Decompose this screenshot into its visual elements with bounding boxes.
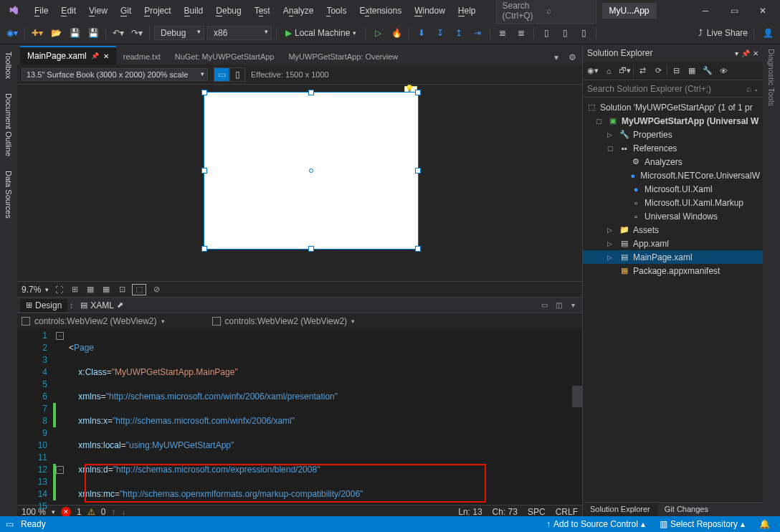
open-button[interactable]: 📂 [48, 25, 64, 41]
preview-button[interactable]: 👁 [716, 64, 731, 78]
show-all-button[interactable]: ▦ [685, 64, 699, 78]
tab-mainpage-xaml[interactable]: MainPage.xaml 📌 ✕ [20, 46, 116, 65]
collapse-all-button[interactable]: ⊟ [669, 64, 683, 78]
global-search[interactable]: Search (Ctrl+Q) ⌕ [496, 0, 596, 24]
sync-button[interactable]: ⇄ [635, 64, 650, 78]
start-without-debug-button[interactable]: ▷ [370, 25, 386, 41]
nav-back-button[interactable]: ◉▾ [4, 25, 20, 41]
snap-button[interactable]: ▦ [100, 284, 112, 295]
step-button-1[interactable]: ⬇ [414, 25, 429, 41]
device-combo[interactable]: 13.5" Surface Book (3000 x 2000) 200% sc… [22, 68, 208, 81]
config-combo[interactable]: Debug [154, 26, 204, 40]
solution-name-button[interactable]: MyU...App [602, 3, 657, 19]
menu-analyze[interactable]: Analyze [277, 3, 320, 19]
split-vert-button[interactable]: ◫ [552, 299, 565, 312]
analyzers-node[interactable]: ⚙Analyzers [583, 155, 763, 168]
ref-uixaml[interactable]: ●Microsoft.UI.Xaml [583, 182, 763, 196]
tab-overflow-button[interactable]: ▾ [549, 50, 563, 65]
back-button[interactable]: ◉▾ [586, 64, 600, 78]
design-surface[interactable]: 💡▾ [17, 85, 582, 281]
nav-down-button[interactable]: ↓ [121, 507, 125, 517]
hot-reload-button[interactable]: 🔥 [389, 25, 404, 41]
close-button[interactable]: ✕ [748, 1, 777, 21]
fold-button[interactable]: − [56, 332, 64, 340]
ref-netcore[interactable]: ●Microsoft.NETCore.UniversalW [583, 168, 763, 182]
orientation-landscape-button[interactable]: ▭ [214, 67, 229, 82]
new-item-button[interactable]: ✚▾ [29, 25, 45, 41]
split-horiz-button[interactable]: ▭ [538, 299, 551, 312]
menu-view[interactable]: View [83, 3, 113, 19]
indent-indicator[interactable]: SPC [528, 507, 546, 517]
ref-markup[interactable]: ▫Microsoft.UI.Xaml.Markup [583, 196, 763, 209]
fold-button[interactable]: − [56, 466, 64, 474]
minimize-button[interactable]: ─ [691, 1, 720, 21]
ref-uw[interactable]: ▫Universal Windows [583, 209, 763, 223]
fit-button[interactable]: ⛶ [53, 284, 65, 295]
platform-combo[interactable]: x86 [207, 26, 272, 40]
menu-file[interactable]: File [29, 3, 54, 19]
grid2-button[interactable]: ▦ [85, 284, 96, 295]
menu-git[interactable]: Git [115, 3, 137, 19]
code-content[interactable]: <Page x:Class="MyUWPGetStartApp.MainPage… [66, 328, 582, 505]
code-editor[interactable]: 123456789101112131415 − − <Page x:Class=… [17, 328, 582, 505]
nav-up-button[interactable]: ↑ [111, 507, 115, 517]
tab-git-changes[interactable]: Git Changes [657, 503, 715, 518]
menu-window[interactable]: Window [409, 3, 451, 19]
menu-build[interactable]: Build [179, 3, 209, 19]
disable-button[interactable]: ⊘ [151, 284, 162, 295]
menu-project[interactable]: Project [138, 3, 176, 19]
orientation-portrait-button[interactable]: ▯ [229, 67, 245, 82]
tab-nuget[interactable]: NuGet: MyUWPGetStartApp [168, 49, 282, 65]
panel-close-button[interactable]: ✕ [753, 49, 758, 57]
zoom-value[interactable]: 9.7% [22, 285, 41, 295]
vertical-scrollbar[interactable] [572, 386, 582, 407]
manifest-node[interactable]: ▦Package.appxmanifest [583, 264, 763, 277]
feedback-button[interactable]: 👤 [760, 25, 776, 41]
col-indicator[interactable]: Ch: 73 [493, 507, 518, 517]
maximize-button[interactable]: ▭ [720, 1, 748, 21]
crumb-right[interactable]: controls:WebView2 (WebView2) [225, 316, 348, 326]
menu-test[interactable]: Test [249, 3, 276, 19]
tab-readme[interactable]: readme.txt [116, 49, 168, 65]
mainpage-xaml-node[interactable]: ▷▤MainPage.xaml [583, 250, 763, 264]
tab-solution-explorer[interactable]: Solution Explorer [583, 503, 657, 518]
menu-debug[interactable]: Debug [210, 3, 247, 19]
save-all-button[interactable]: 💾 [85, 25, 101, 41]
run-button[interactable]: ▶Local Machine▾ [281, 27, 361, 39]
solution-search[interactable]: Search Solution Explorer (Ctrl+;) ⌕ ▾ [583, 80, 763, 98]
toolbox-tab[interactable]: Toolbox [3, 47, 14, 83]
tab-overview[interactable]: MyUWPGetStartApp: Overview [281, 49, 405, 65]
warning-icon[interactable]: ⚠ [87, 507, 95, 517]
solution-root[interactable]: ⬚Solution 'MyUWPGetStartApp' (1 of 1 pr [583, 100, 763, 114]
home-button[interactable]: ⌂ [601, 64, 616, 78]
add-source-control-button[interactable]: ↑ Add to Source Control ▴ [542, 518, 650, 530]
output-icon[interactable]: ▭ [6, 519, 14, 529]
bookmark-button[interactable]: ▯ [576, 25, 591, 41]
properties-node[interactable]: ▷🔧Properties [583, 128, 763, 141]
refresh-button[interactable]: ⟳ [651, 64, 665, 78]
app-xaml-node[interactable]: ▷▤App.xaml [583, 237, 763, 250]
live-share-button[interactable]: Live Share [707, 28, 748, 38]
error-icon[interactable]: ✕ [61, 507, 71, 517]
design-tab[interactable]: ⊞ Design [20, 299, 67, 312]
design-canvas[interactable] [204, 92, 419, 250]
references-node[interactable]: ▢▪▪References [583, 141, 763, 155]
snap2-button[interactable]: ⊡ [116, 284, 128, 295]
redo-button[interactable]: ↷▾ [129, 25, 145, 41]
line-indicator[interactable]: Ln: 13 [458, 507, 482, 517]
panel-pin-button[interactable]: 📌 [741, 49, 750, 57]
close-icon[interactable]: ✕ [103, 52, 109, 60]
menu-tools[interactable]: Tools [320, 3, 352, 19]
panel-menu-button[interactable]: ▾ [735, 49, 738, 57]
grid-button[interactable]: ⊞ [69, 284, 80, 295]
diagnostic-tools-tab[interactable]: Diagnostic Tools [766, 44, 777, 110]
step-button-3[interactable]: ↥ [451, 25, 467, 41]
uncomment-button[interactable]: ▯ [557, 25, 573, 41]
document-outline-tab[interactable]: Document Outline [3, 89, 14, 161]
step-button-2[interactable]: ↧ [432, 25, 448, 41]
menu-edit[interactable]: Edit [55, 3, 82, 19]
properties-button[interactable]: 🔧 [700, 64, 715, 78]
assets-node[interactable]: ▷📁Assets [583, 223, 763, 237]
collapse-button[interactable]: ▾ [566, 299, 579, 312]
menu-extensions[interactable]: Extensions [353, 3, 407, 19]
